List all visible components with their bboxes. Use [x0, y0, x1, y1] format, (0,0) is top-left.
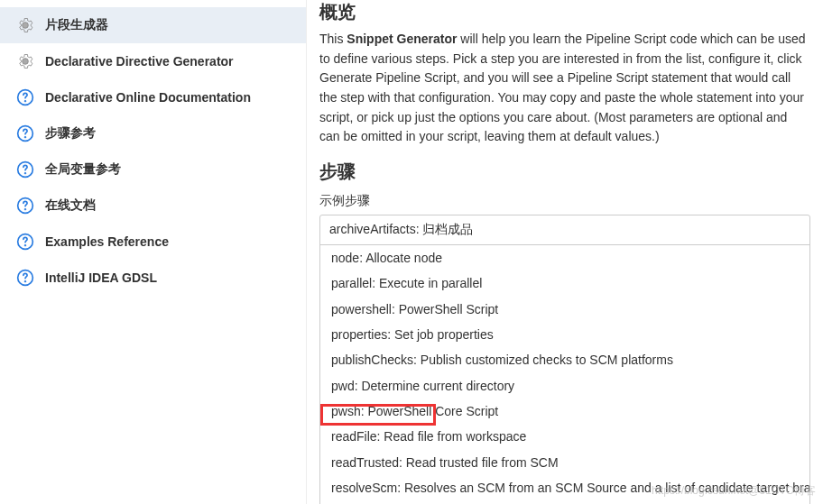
- desc-prefix: This: [319, 32, 347, 46]
- sidebar-item-label: IntelliJ IDEA GDSL: [45, 270, 157, 285]
- help-icon: [16, 124, 34, 142]
- option[interactable]: readTrusted: Read trusted file from SCM: [320, 450, 809, 475]
- help-icon: [16, 197, 34, 215]
- sidebar: 片段生成器Declarative Directive GeneratorDecl…: [0, 0, 307, 504]
- option[interactable]: publishChecks: Publish customized checks…: [320, 347, 809, 372]
- sidebar-item-6[interactable]: Examples Reference: [0, 224, 306, 260]
- option[interactable]: powershell: PowerShell Script: [320, 297, 809, 322]
- svg-point-7: [24, 208, 26, 210]
- svg-point-1: [24, 100, 26, 102]
- sidebar-item-7[interactable]: IntelliJ IDEA GDSL: [0, 260, 306, 296]
- svg-point-9: [24, 244, 26, 246]
- option-list: node: Allocate nodeparallel: Execute in …: [320, 244, 809, 504]
- sidebar-item-3[interactable]: 步骤参考: [0, 115, 306, 151]
- option[interactable]: properties: Set job properties: [320, 322, 809, 347]
- sidebar-item-0[interactable]: 片段生成器: [0, 7, 306, 43]
- option[interactable]: node: Allocate node: [320, 245, 809, 270]
- sidebar-item-label: Declarative Online Documentation: [45, 90, 251, 105]
- sample-step-select[interactable]: archiveArtifacts: 归档成品 node: Allocate no…: [319, 215, 810, 504]
- desc-after: will help you learn the Pipeline Script …: [319, 32, 806, 143]
- help-icon: [16, 160, 34, 179]
- sidebar-item-label: 步骤参考: [45, 125, 96, 142]
- desc-bold: Snippet Generator: [347, 32, 457, 46]
- watermark: https://blog.csdn.net@51CTO博客: [652, 483, 816, 499]
- main-content: 概览 This Snippet Generator will help you …: [307, 0, 823, 504]
- sidebar-item-label: 在线文档: [45, 197, 96, 214]
- help-icon: [16, 269, 34, 287]
- help-icon: [16, 88, 34, 106]
- sample-step-label: 示例步骤: [319, 193, 810, 209]
- sidebar-item-label: Examples Reference: [45, 234, 169, 249]
- sidebar-item-label: 全局变量参考: [45, 161, 121, 178]
- overview-heading: 概览: [319, 0, 810, 24]
- steps-heading: 步骤: [319, 160, 810, 184]
- svg-point-5: [24, 172, 26, 174]
- option[interactable]: pwsh: PowerShell Core Script: [320, 399, 809, 424]
- svg-point-3: [24, 136, 26, 138]
- sidebar-item-label: 片段生成器: [45, 17, 108, 33]
- gear-icon: [16, 52, 34, 70]
- sidebar-item-1[interactable]: Declarative Directive Generator: [0, 43, 306, 79]
- sidebar-item-2[interactable]: Declarative Online Documentation: [0, 79, 306, 115]
- option[interactable]: retry: Retry the body up to N times: [320, 500, 809, 504]
- option[interactable]: parallel: Execute in parallel: [320, 270, 809, 296]
- select-current-value[interactable]: archiveArtifacts: 归档成品: [320, 215, 809, 244]
- help-icon: [16, 233, 34, 251]
- option[interactable]: readFile: Read file from workspace: [320, 424, 809, 449]
- svg-point-11: [24, 280, 26, 282]
- gear-icon: [16, 16, 34, 34]
- sidebar-item-label: Declarative Directive Generator: [45, 54, 234, 69]
- option[interactable]: pwd: Determine current directory: [320, 373, 809, 399]
- description: This Snippet Generator will help you lea…: [319, 30, 810, 147]
- sidebar-item-4[interactable]: 全局变量参考: [0, 151, 306, 188]
- sidebar-item-5[interactable]: 在线文档: [0, 188, 306, 224]
